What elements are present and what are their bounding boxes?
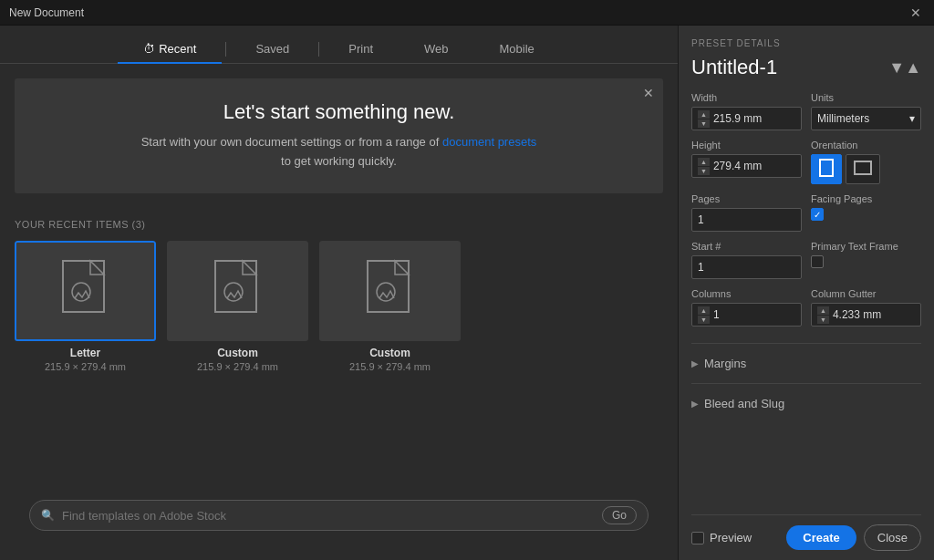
bottom-actions: Preview Create Close — [691, 514, 921, 551]
columns-value[interactable] — [713, 308, 795, 321]
height-spinners: ▲ ▼ — [698, 158, 710, 175]
create-button[interactable]: Create — [786, 525, 856, 550]
start-ptf-row: Start # Primary Text Frame — [691, 241, 921, 279]
margins-collapsible[interactable]: ▶ Margins — [691, 351, 921, 376]
close-button[interactable]: Close — [864, 524, 921, 551]
pages-facing-row: Pages Facing Pages ✓ — [691, 193, 921, 232]
units-select[interactable]: Millimeters ▾ — [811, 107, 921, 130]
preview-checkbox[interactable] — [691, 532, 704, 544]
facing-pages-checkbox-row: ✓ — [811, 208, 921, 221]
primary-text-frame-group: Primary Text Frame — [811, 241, 921, 268]
search-go-button[interactable]: Go — [602, 506, 637, 524]
hero-subtitle: Start with your own document settings or… — [36, 133, 641, 171]
recent-name-2: Custom — [323, 347, 457, 359]
margins-label: Margins — [704, 357, 746, 370]
columns-up[interactable]: ▲ — [698, 306, 710, 315]
save-preset-icon[interactable]: ▼▲ — [888, 58, 921, 78]
landscape-button[interactable] — [846, 154, 880, 184]
window-close-button[interactable]: ✕ — [907, 4, 925, 22]
recent-grid: Letter 215.9 × 279.4 mm Cus — [15, 241, 663, 378]
portrait-icon — [819, 159, 834, 177]
gutter-down[interactable]: ▼ — [817, 316, 829, 324]
search-input[interactable] — [62, 509, 595, 523]
divider-2 — [691, 383, 921, 384]
recent-section: YOUR RECENT ITEMS (3) Letter 215.9 × 279 — [0, 208, 678, 378]
columns-spinners: ▲ ▼ — [698, 306, 710, 324]
pages-value[interactable] — [698, 213, 795, 226]
column-gutter-input[interactable]: ▲ ▼ — [811, 303, 921, 327]
recent-item-0[interactable]: Letter 215.9 × 279.4 mm — [15, 241, 156, 378]
preset-title-row: Untitled-1 ▼▲ — [691, 56, 921, 79]
column-gutter-value[interactable] — [833, 308, 915, 321]
columns-label: Columns — [691, 288, 802, 299]
svg-marker-7 — [395, 261, 409, 275]
hero-close-button[interactable]: ✕ — [643, 86, 654, 100]
preset-title[interactable]: Untitled-1 — [691, 56, 777, 79]
recent-dims-1: 215.9 × 279.4 mm — [171, 361, 305, 372]
recent-dims-0: 215.9 × 279.4 mm — [18, 361, 152, 372]
height-group: Height ▲ ▼ — [691, 140, 802, 178]
left-panel: ⏱ Recent Saved Print Web Mobile ✕ Let's … — [0, 26, 679, 560]
orientation-buttons — [811, 154, 921, 184]
preview-label: Preview — [710, 531, 752, 544]
svg-rect-10 — [855, 161, 871, 174]
tab-print[interactable]: Print — [323, 35, 399, 63]
bleed-slug-arrow-icon: ▶ — [691, 399, 699, 409]
start-value[interactable] — [698, 261, 795, 274]
bleed-slug-label: Bleed and Slug — [704, 397, 784, 410]
svg-marker-4 — [243, 261, 256, 275]
tab-saved[interactable]: Saved — [230, 35, 315, 63]
height-label: Height — [691, 140, 802, 150]
width-down[interactable]: ▼ — [698, 119, 710, 128]
width-input[interactable]: ▲ ▼ — [691, 107, 802, 130]
margins-arrow-icon: ▶ — [691, 358, 699, 368]
recent-item-2[interactable]: Custom 215.9 × 279.4 mm — [319, 241, 461, 378]
recent-thumb-0 — [15, 241, 156, 341]
start-label: Start # — [691, 241, 802, 252]
primary-text-frame-checkbox[interactable] — [811, 255, 824, 268]
landscape-icon — [854, 161, 872, 175]
hero-presets-link[interactable]: document presets — [442, 135, 536, 149]
bleed-slug-collapsible[interactable]: ▶ Bleed and Slug — [691, 391, 921, 416]
portrait-button[interactable] — [811, 154, 842, 184]
facing-pages-label: Facing Pages — [811, 193, 921, 204]
units-chevron-icon: ▾ — [909, 112, 915, 125]
start-group: Start # — [691, 241, 802, 279]
orientation-group: Orentation — [811, 140, 921, 184]
hero-banner: ✕ Let's start something new. Start with … — [15, 78, 663, 193]
tab-web[interactable]: Web — [399, 35, 474, 63]
height-input[interactable]: ▲ ▼ — [691, 154, 802, 178]
height-down[interactable]: ▼ — [698, 167, 710, 175]
height-up[interactable]: ▲ — [698, 158, 710, 166]
document-icon-0 — [58, 259, 113, 323]
columns-input[interactable]: ▲ ▼ — [691, 303, 802, 327]
width-value[interactable] — [713, 112, 795, 125]
column-gutter-group: Column Gutter ▲ ▼ — [811, 288, 921, 327]
height-value[interactable] — [713, 160, 795, 172]
columns-down[interactable]: ▼ — [698, 316, 710, 324]
svg-marker-1 — [90, 261, 104, 275]
gutter-up[interactable]: ▲ — [817, 306, 829, 315]
recent-info-0: Letter 215.9 × 279.4 mm — [15, 341, 156, 378]
tab-recent[interactable]: ⏱ Recent — [118, 35, 222, 63]
tab-mobile[interactable]: Mobile — [474, 35, 560, 63]
facing-pages-group: Facing Pages ✓ — [811, 193, 921, 221]
pages-input[interactable] — [691, 208, 802, 232]
document-icon-2 — [363, 259, 418, 323]
recent-item-1[interactable]: Custom 215.9 × 279.4 mm — [167, 241, 308, 378]
start-input[interactable] — [691, 255, 802, 279]
checkmark-icon: ✓ — [814, 210, 821, 220]
preview-row: Preview — [691, 531, 779, 544]
orientation-label: Orentation — [811, 140, 921, 150]
recent-dims-2: 215.9 × 279.4 mm — [323, 361, 457, 372]
search-icon: 🔍 — [41, 509, 55, 522]
width-up[interactable]: ▲ — [698, 110, 710, 119]
clock-icon: ⏱ — [143, 42, 155, 56]
tab-divider-1 — [225, 42, 226, 57]
divider-1 — [691, 343, 921, 344]
primary-text-frame-label: Primary Text Frame — [811, 241, 921, 252]
recent-info-2: Custom 215.9 × 279.4 mm — [319, 341, 461, 378]
units-group: Units Millimeters ▾ — [811, 92, 921, 130]
primary-text-frame-checkbox-row — [811, 255, 921, 268]
facing-pages-checkbox[interactable]: ✓ — [811, 208, 824, 221]
